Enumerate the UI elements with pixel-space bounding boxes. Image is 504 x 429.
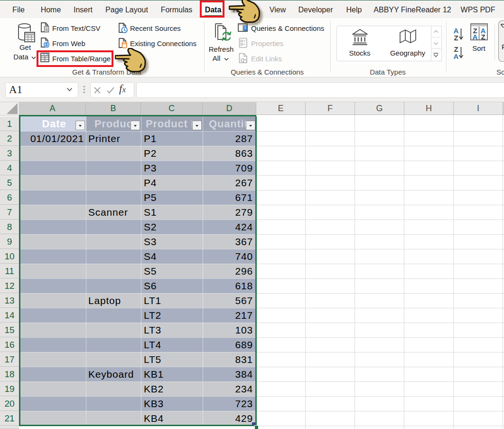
svg-text:Z: Z [481, 33, 485, 40]
svg-text:A: A [454, 52, 459, 60]
svg-text:A: A [473, 33, 478, 40]
svg-text:Z: Z [454, 34, 458, 42]
